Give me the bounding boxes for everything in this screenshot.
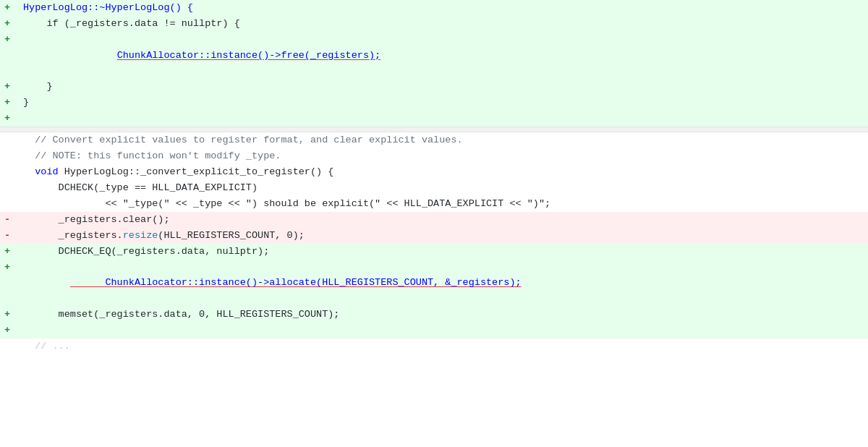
line-content: void HyperLogLog::_convert_explicit_to_r… (14, 164, 868, 180)
line-prefix-plus: + (0, 244, 14, 260)
line-prefix-plus: + (0, 260, 14, 276)
code-line: + memset(_registers.data, 0, HLL_REGISTE… (0, 307, 868, 323)
line-content: ChunkAllocator::instance()->free(_regist… (14, 32, 868, 79)
line-prefix-space (0, 339, 14, 354)
code-line: - _registers.clear(); (0, 212, 868, 228)
line-content (14, 111, 868, 127)
line-prefix-space (0, 148, 14, 164)
code-line: << "_type(" << _type << ") should be exp… (0, 196, 868, 212)
line-content: // Convert explicit values to register f… (14, 132, 868, 148)
line-content: // ... (14, 339, 868, 354)
modified-lines-block: // Convert explicit values to register f… (0, 132, 868, 354)
line-prefix-space (0, 164, 14, 180)
code-line: + ChunkAllocator::instance()->free(_regi… (0, 32, 868, 79)
code-line: + if (_registers.data != nullptr) { (0, 16, 868, 32)
code-line: + ChunkAllocator::instance()->allocate(H… (0, 260, 868, 307)
line-content: // NOTE: this function won't modify _typ… (14, 148, 868, 164)
code-line: // ... (0, 339, 868, 354)
line-prefix-minus: - (0, 212, 14, 228)
line-content: _registers.resize(HLL_REGISTERS_COUNT, 0… (14, 228, 868, 244)
line-content: } (14, 79, 868, 95)
line-content: ChunkAllocator::instance()->allocate(HLL… (14, 260, 868, 307)
line-content: if (_registers.data != nullptr) { (14, 16, 868, 32)
code-line: + DCHECK_EQ(_registers.data, nullptr); (0, 244, 868, 260)
code-line: + HyperLogLog::~HyperLogLog() { (0, 0, 868, 16)
line-prefix-plus: + (0, 16, 14, 32)
line-prefix-plus: + (0, 32, 14, 48)
line-content: memset(_registers.data, 0, HLL_REGISTERS… (14, 307, 868, 323)
code-line: void HyperLogLog::_convert_explicit_to_r… (0, 164, 868, 180)
line-prefix-plus: + (0, 95, 14, 111)
line-prefix-plus: + (0, 79, 14, 95)
line-content: HyperLogLog::~HyperLogLog() { (14, 0, 868, 16)
code-line: + } (0, 95, 868, 111)
line-prefix-plus: + (0, 323, 14, 339)
code-line: DCHECK(_type == HLL_DATA_EXPLICIT) (0, 180, 868, 196)
line-content: DCHECK_EQ(_registers.data, nullptr); (14, 244, 868, 260)
line-content: _registers.clear(); (14, 212, 868, 228)
line-content: DCHECK(_type == HLL_DATA_EXPLICIT) (14, 180, 868, 196)
line-prefix-plus: + (0, 111, 14, 127)
line-content: << "_type(" << _type << ") should be exp… (14, 196, 868, 212)
code-line: + (0, 323, 868, 339)
code-line: // NOTE: this function won't modify _typ… (0, 148, 868, 164)
added-lines-block: + HyperLogLog::~HyperLogLog() { + if (_r… (0, 0, 868, 127)
line-prefix-plus: + (0, 0, 14, 16)
code-line: + (0, 111, 868, 127)
line-prefix-minus: - (0, 228, 14, 244)
line-prefix-space (0, 180, 14, 196)
line-prefix-space (0, 196, 14, 212)
line-prefix-plus: + (0, 307, 14, 323)
line-content: } (14, 95, 868, 111)
line-content (14, 323, 868, 339)
code-viewer: + HyperLogLog::~HyperLogLog() { + if (_r… (0, 0, 868, 447)
line-prefix-space (0, 132, 14, 148)
code-line: - _registers.resize(HLL_REGISTERS_COUNT,… (0, 228, 868, 244)
code-line: + } (0, 79, 868, 95)
section-separator (0, 127, 868, 132)
code-line: // Convert explicit values to register f… (0, 132, 868, 148)
